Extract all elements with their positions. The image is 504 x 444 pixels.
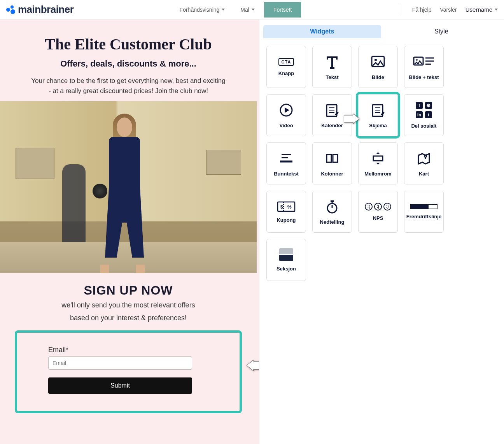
progress-icon: [410, 204, 438, 209]
coupon-icon: $%: [276, 201, 296, 212]
widget-label: Skjema: [369, 123, 387, 128]
preview-dropdown[interactable]: Forhåndsvisning: [173, 3, 231, 17]
image-icon: [370, 54, 386, 70]
club-title: The Elite Customer Club: [0, 35, 257, 53]
svg-rect-31: [331, 200, 334, 202]
widget-label: Bunntekst: [274, 171, 299, 177]
widget-nps[interactable]: :(:|:) NPS: [358, 191, 398, 233]
logo-dots-icon: [6, 5, 16, 14]
widget-label: Del sosialt: [411, 123, 436, 129]
signup-desc-2: based on your interest & preferences!: [15, 313, 242, 323]
caret-down-icon: [252, 9, 255, 11]
email-input[interactable]: [48, 356, 192, 370]
signup-desc-1: we'll only send you the most relevant of…: [15, 300, 242, 311]
widget-label: Kupong: [276, 217, 296, 223]
svg-marker-0: [247, 360, 259, 371]
username-text: Username: [466, 6, 492, 13]
widget-label: Kolonner: [321, 171, 343, 177]
continue-button[interactable]: Fortsett: [264, 2, 301, 18]
caret-down-icon: [222, 9, 225, 11]
svg-marker-9: [285, 107, 289, 113]
tab-style[interactable]: Style: [383, 25, 500, 38]
club-desc-1: Your chance to be the first to get every…: [0, 76, 257, 86]
caret-down-icon: [495, 9, 498, 11]
tab-widgets[interactable]: Widgets: [263, 25, 381, 38]
app-header: mainbrainer Forhåndsvisning Mal Fortsett…: [0, 0, 504, 19]
widget-label: Mellomrom: [364, 171, 391, 177]
panel-tabs: Widgets Style: [259, 19, 504, 39]
widget-label: Knapp: [278, 70, 294, 76]
widget-label: Seksjon: [276, 266, 296, 272]
signup-title: SIGN UP NOW: [15, 283, 242, 298]
widget-label: Fremdriftslinje: [406, 214, 441, 219]
widget-kolonner[interactable]: Kolonner: [312, 142, 352, 184]
svg-point-25: [424, 155, 427, 157]
alerts-link[interactable]: Varsler: [440, 7, 457, 13]
template-dropdown[interactable]: Mal: [234, 3, 261, 17]
widget-del-sosialt[interactable]: f◉int Del sosialt: [404, 94, 444, 136]
widget-kart[interactable]: Kart: [404, 142, 444, 184]
stopwatch-icon: [324, 199, 340, 214]
widget-label: Bilde: [372, 74, 384, 80]
cta-icon: CTA: [278, 58, 294, 66]
help-link[interactable]: Få hjelp: [412, 7, 432, 13]
landing-page-preview: The Elite Customer Club Offers, deals, d…: [0, 19, 257, 437]
svg-rect-24: [373, 156, 383, 161]
svg-text:$: $: [280, 204, 283, 210]
svg-rect-23: [333, 154, 338, 162]
widget-skjema[interactable]: Skjema: [358, 94, 398, 136]
widget-video[interactable]: Video: [266, 94, 306, 136]
nps-icon: :(:|:): [365, 203, 391, 211]
form-widget-highlight[interactable]: Email* Submit: [15, 330, 242, 413]
submit-button[interactable]: Submit: [48, 377, 192, 394]
section-icon: [279, 248, 293, 261]
map-icon: [416, 151, 432, 166]
svg-point-2: [374, 59, 377, 61]
widget-label: Nedtelling: [320, 219, 345, 225]
widget-knapp[interactable]: CTA Knapp: [266, 46, 306, 88]
image-text-icon: [413, 54, 435, 70]
header-center: Forhåndsvisning Mal Fortsett: [173, 2, 301, 18]
widget-label: Video: [279, 123, 293, 128]
svg-text:%: %: [287, 204, 292, 210]
svg-marker-14: [344, 114, 359, 124]
widget-seksjon[interactable]: Seksjon: [266, 239, 306, 281]
pointer-arrow-icon: [344, 111, 359, 121]
widget-tekst[interactable]: Tekst: [312, 46, 352, 88]
logo: mainbrainer: [6, 4, 74, 16]
widget-kupong[interactable]: $% Kupong: [266, 191, 306, 233]
right-panel: Widgets Style CTA Knapp Tekst Bilde: [259, 19, 504, 444]
widgets-grid: CTA Knapp Tekst Bilde Bilde + tekst: [259, 39, 504, 288]
canvas-area[interactable]: The Elite Customer Club Offers, deals, d…: [0, 19, 259, 444]
preview-label: Forhåndsvisning: [180, 7, 220, 13]
signup-section: SIGN UP NOW we'll only send you the most…: [0, 273, 257, 437]
text-icon: [324, 54, 340, 70]
username-dropdown[interactable]: Username: [466, 6, 498, 13]
widget-label: Kart: [419, 171, 429, 177]
widget-bilde[interactable]: Bilde: [358, 46, 398, 88]
pointer-arrow-icon: [247, 360, 259, 371]
club-subtitle: Offers, deals, discounts & more...: [0, 59, 257, 69]
logo-text: mainbrainer: [18, 4, 74, 16]
widget-label: Bilde + tekst: [409, 74, 439, 80]
header-right: Få hjelp Varsler Username: [401, 4, 498, 15]
widget-label: Tekst: [326, 74, 339, 80]
svg-rect-22: [327, 154, 331, 162]
widget-mellomrom[interactable]: Mellomrom: [358, 142, 398, 184]
svg-point-4: [416, 59, 418, 61]
widget-label: Kalender: [321, 123, 343, 128]
divider: [401, 4, 401, 15]
club-desc-2: - at a really great discounted prices! J…: [0, 86, 257, 96]
email-label: Email*: [48, 346, 208, 354]
widget-bunntekst[interactable]: Bunntekst: [266, 142, 306, 184]
video-icon: [278, 102, 294, 118]
widget-bilde-tekst[interactable]: Bilde + tekst: [404, 46, 444, 88]
columns-icon: [324, 151, 340, 166]
form-icon: [370, 102, 386, 118]
widget-fremdriftslinje[interactable]: Fremdriftslinje: [404, 191, 444, 233]
widget-label: NPS: [373, 215, 383, 221]
widget-nedtelling[interactable]: Nedtelling: [312, 191, 352, 233]
footer-icon: [278, 151, 294, 166]
hero-image: [0, 101, 257, 273]
social-icons: f◉int: [416, 102, 432, 118]
